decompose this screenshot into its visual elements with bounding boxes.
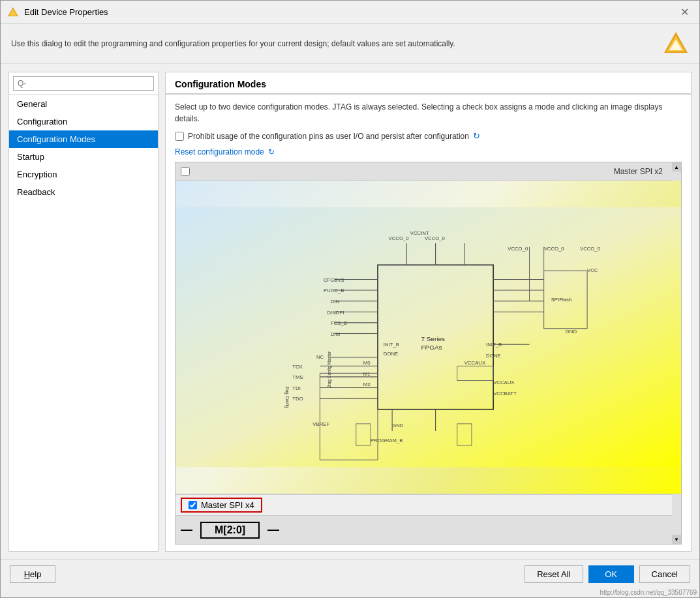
info-bar: Use this dialog to edit the programming …: [1, 24, 699, 64]
svg-text:VCCO_0: VCCO_0: [425, 235, 445, 241]
svg-text:VCCO_0: VCCO_0: [580, 246, 600, 252]
reset-link[interactable]: Reset configuration mode: [175, 147, 264, 157]
svg-text:M1: M1: [363, 371, 371, 377]
svg-text:FPGAs: FPGAs: [421, 344, 442, 351]
checked-item-row: Master SPI x4: [175, 494, 681, 515]
reset-row: Reset configuration mode ↻: [175, 147, 682, 157]
svg-text:Jtag Config: Jtag Config: [284, 386, 290, 408]
bottom-signal-row: — M[2:0] —: [175, 515, 681, 544]
vivado-logo-large: [663, 31, 689, 57]
svg-text:M0: M0: [363, 360, 371, 366]
schematic-svg: 7 Series FPGAs Jtag Config Master: [175, 181, 681, 494]
footer: Help Reset All OK Cancel: [1, 560, 699, 588]
sidebar-item-general[interactable]: General: [9, 95, 158, 113]
config-list-area: ▲ ▼ Master SPI x2: [175, 162, 682, 545]
svg-text:VCCAUX: VCCAUX: [493, 380, 514, 385]
prohibit-refresh-icon: ↻: [473, 131, 480, 141]
svg-text:NC: NC: [316, 354, 324, 360]
info-description: Use this dialog to edit the programming …: [11, 39, 455, 48]
svg-text:SPIFlash: SPIFlash: [551, 297, 571, 303]
scroll-up-arrow[interactable]: ▲: [672, 162, 681, 172]
sidebar-item-readback[interactable]: Readback: [9, 183, 158, 201]
panel-body: Select up to two device configuration mo…: [166, 95, 691, 551]
panel-title: Configuration Modes: [175, 79, 266, 89]
svg-text:VCCO_0: VCCO_0: [544, 246, 564, 252]
help-underline-h: Help: [24, 569, 42, 579]
svg-text:7 Series: 7 Series: [421, 335, 445, 342]
svg-text:CFGBVS: CFGBVS: [324, 277, 344, 283]
svg-text:VCCO_0: VCCO_0: [389, 235, 409, 241]
search-box: [9, 72, 158, 95]
title-bar-left: Edit Device Properties: [7, 7, 108, 18]
svg-text:VCCO_0: VCCO_0: [508, 246, 528, 252]
scroll-down-arrow[interactable]: ▼: [672, 535, 681, 544]
master-spi-x4-label: Master SPI x4: [201, 500, 254, 510]
sidebar-item-startup[interactable]: Startup: [9, 148, 158, 166]
close-button[interactable]: ✕: [677, 5, 693, 20]
right-panel: Configuration Modes Select up to two dev…: [165, 72, 692, 552]
svg-text:VCCINT: VCCINT: [410, 230, 429, 236]
svg-text:VBREF: VBREF: [312, 421, 329, 427]
svg-text:TDI: TDI: [292, 385, 300, 391]
master-spi-x4-checkbox[interactable]: [189, 501, 197, 509]
svg-text:GND: GND: [392, 423, 404, 428]
svg-text:TMS: TMS: [292, 374, 303, 380]
svg-text:TCK: TCK: [292, 364, 303, 370]
svg-text:DONE: DONE: [486, 353, 500, 359]
title-bar: Edit Device Properties ✕: [1, 1, 699, 24]
list-header-row: Master SPI x2: [175, 162, 681, 181]
svg-text:PUDC_B: PUDC_B: [324, 288, 344, 293]
search-input[interactable]: [13, 76, 154, 91]
master-spi-x4-container: Master SPI x4: [181, 498, 262, 513]
panel-header: Configuration Modes: [166, 72, 691, 95]
svg-text:PROGRAM_B: PROGRAM_B: [371, 438, 403, 443]
svg-text:Jtag Config Master: Jtag Config Master: [327, 351, 332, 387]
footer-left: Help: [10, 565, 519, 583]
svg-text:D/M: D/M: [331, 331, 340, 337]
dialog-title: Edit Device Properties: [24, 7, 108, 17]
sidebar-item-configuration[interactable]: Configuration: [9, 113, 158, 130]
vivado-icon: [7, 7, 19, 18]
svg-text:INIT_B: INIT_B: [384, 342, 399, 348]
panel-description: Select up to two device configuration mo…: [175, 101, 682, 125]
svg-text:DONE: DONE: [384, 351, 398, 357]
ok-button[interactable]: OK: [588, 565, 634, 583]
sidebar-item-configuration-modes[interactable]: Configuration Modes: [9, 130, 158, 148]
prohibit-checkbox-row: Prohibit usage of the configuration pins…: [175, 131, 682, 141]
svg-text:M2: M2: [363, 381, 371, 387]
reset-all-button[interactable]: Reset All: [525, 565, 583, 583]
main-content: General Configuration Configuration Mode…: [1, 64, 699, 560]
url-text: http://blog.csdn.net/qq_33507769: [600, 589, 697, 596]
master-spi-x2-checkbox[interactable]: [181, 167, 190, 176]
sidebar-item-encryption[interactable]: Encryption: [9, 166, 158, 183]
help-button[interactable]: Help: [10, 565, 55, 583]
edit-device-properties-dialog: Edit Device Properties ✕ Use this dialog…: [0, 0, 700, 598]
master-spi-x2-label: Master SPI x2: [614, 167, 663, 176]
cancel-button[interactable]: Cancel: [639, 565, 690, 583]
svg-text:VCCAUX: VCCAUX: [464, 360, 485, 366]
reset-refresh-icon[interactable]: ↻: [268, 147, 275, 157]
sidebar: General Configuration Configuration Mode…: [8, 72, 159, 552]
svg-text:GND: GND: [566, 329, 577, 335]
svg-text:D/NDPI: D/NDPI: [327, 310, 344, 316]
svg-text:FCS_B: FCS_B: [331, 320, 347, 326]
prohibit-label: Prohibit usage of the configuration pins…: [188, 132, 469, 141]
svg-text:INIT_B: INIT_B: [486, 342, 502, 348]
url-bar: http://blog.csdn.net/qq_33507769: [1, 588, 699, 597]
svg-text:VCCBATT: VCCBATT: [493, 391, 517, 396]
prohibit-checkbox[interactable]: [175, 132, 184, 141]
diagram-area[interactable]: 7 Series FPGAs Jtag Config Master: [175, 181, 681, 494]
svg-text:TDO: TDO: [292, 396, 303, 402]
svg-text:DIN: DIN: [331, 299, 339, 305]
m-signal-label: M[2:0]: [200, 522, 260, 539]
svg-text:VCC: VCC: [587, 267, 598, 273]
